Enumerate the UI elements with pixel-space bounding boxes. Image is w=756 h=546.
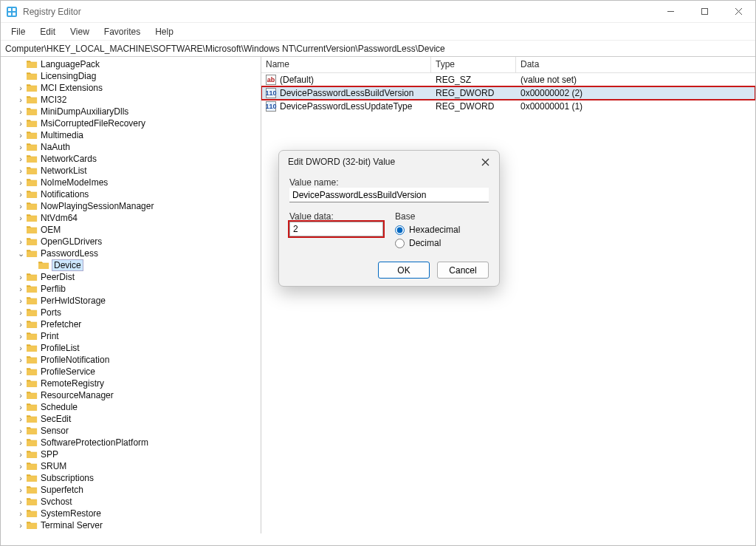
tree-node-oem[interactable]: OEM [1, 224, 261, 236]
tree-node-opengldrivers[interactable]: ›OpenGLDrivers [1, 236, 261, 248]
radio-decimal-input[interactable] [395, 239, 405, 248]
tree-node-perflib[interactable]: ›Perflib [1, 283, 261, 295]
tree-node-networkcards[interactable]: ›NetworkCards [1, 153, 261, 165]
menu-favorites[interactable]: Favorites [97, 24, 148, 39]
value-row[interactable]: 110DevicePasswordLessBuildVersionREG_DWO… [261, 86, 755, 100]
tree-node-subscriptions[interactable]: ›Subscriptions [1, 472, 261, 484]
expand-icon[interactable]: › [16, 273, 26, 281]
tree-pane[interactable]: LanguagePackLicensingDiag›MCI Extensions… [1, 57, 261, 533]
menu-help[interactable]: Help [148, 24, 181, 39]
expand-icon[interactable]: › [16, 379, 26, 388]
cancel-button[interactable]: Cancel [437, 262, 489, 279]
maximize-button[interactable] [687, 1, 721, 23]
column-name[interactable]: Name [261, 57, 431, 72]
tree-node-spp[interactable]: ›SPP [1, 448, 261, 460]
value-row[interactable]: ab(Default)REG_SZ(value not set) [261, 73, 755, 86]
expand-icon[interactable]: › [16, 284, 26, 293]
tree-node-print[interactable]: ›Print [1, 330, 261, 342]
expand-icon[interactable]: › [16, 367, 26, 376]
tree-node-svchost[interactable]: ›Svchost [1, 496, 261, 508]
expand-icon[interactable]: › [16, 438, 26, 447]
tree-node-notifications[interactable]: ›Notifications [1, 188, 261, 200]
tree-node-passwordless[interactable]: ⌄PasswordLess [1, 248, 261, 259]
list-body[interactable]: ab(Default)REG_SZ(value not set)110Devic… [261, 73, 755, 533]
tree-node-srum[interactable]: ›SRUM [1, 460, 261, 472]
radio-hexadecimal[interactable]: Hexadecimal [395, 225, 489, 235]
expand-icon[interactable]: › [16, 178, 26, 187]
expand-icon[interactable]: ⌄ [16, 249, 26, 259]
expand-icon[interactable]: › [16, 474, 26, 482]
tree-node-mci32[interactable]: ›MCI32 [1, 94, 261, 106]
tree-node-profileservice[interactable]: ›ProfileService [1, 366, 261, 378]
tree-node-multimedia[interactable]: ›Multimedia [1, 129, 261, 141]
expand-icon[interactable]: › [16, 355, 26, 364]
expand-icon[interactable]: › [16, 414, 26, 423]
expand-icon[interactable]: › [16, 83, 26, 92]
tree-node-ntvdm64[interactable]: ›NtVdm64 [1, 212, 261, 224]
tree-node-schedule[interactable]: ›Schedule [1, 401, 261, 413]
tree-node-superfetch[interactable]: ›Superfetch [1, 484, 261, 496]
expand-icon[interactable]: › [16, 403, 26, 412]
expand-icon[interactable]: › [16, 462, 26, 471]
menu-view[interactable]: View [63, 24, 97, 39]
tree-node-remoteregistry[interactable]: ›RemoteRegistry [1, 378, 261, 389]
tree-node-naauth[interactable]: ›NaAuth [1, 141, 261, 153]
expand-icon[interactable]: › [16, 190, 26, 199]
expand-icon[interactable]: › [16, 521, 26, 530]
close-button[interactable] [721, 1, 755, 23]
tree-node-resourcemanager[interactable]: ›ResourceManager [1, 389, 261, 401]
tree-node-softwareprotectionplatform[interactable]: ›SoftwareProtectionPlatform [1, 437, 261, 448]
column-type[interactable]: Type [431, 57, 516, 72]
expand-icon[interactable]: › [16, 391, 26, 400]
value-row[interactable]: 110DevicePasswordLessUpdateTypeREG_DWORD… [261, 100, 755, 113]
tree-node-secedit[interactable]: ›SecEdit [1, 413, 261, 425]
radio-hexadecimal-input[interactable] [395, 225, 405, 235]
expand-icon[interactable]: › [16, 107, 26, 116]
expand-icon[interactable]: › [16, 332, 26, 341]
tree-node-licensingdiag[interactable]: LicensingDiag [1, 70, 261, 82]
expand-icon[interactable]: › [16, 237, 26, 246]
tree-node-profilelist[interactable]: ›ProfileList [1, 342, 261, 354]
menu-edit[interactable]: Edit [32, 24, 63, 39]
tree-node-languagepack[interactable]: LanguagePack [1, 58, 261, 70]
tree-node-mci-extensions[interactable]: ›MCI Extensions [1, 82, 261, 94]
expand-icon[interactable]: › [16, 320, 26, 329]
expand-icon[interactable]: › [16, 296, 26, 305]
tree-node-perhwidstorage[interactable]: ›PerHwIdStorage [1, 295, 261, 307]
tree-node-profilenotification[interactable]: ›ProfileNotification [1, 354, 261, 366]
tree-node-networklist[interactable]: ›NetworkList [1, 165, 261, 177]
expand-icon[interactable]: › [16, 214, 26, 222]
tree-node-minidumpauxiliarydlls[interactable]: ›MiniDumpAuxiliaryDlls [1, 106, 261, 117]
tree-node-ports[interactable]: ›Ports [1, 307, 261, 318]
tree-node-msicorruptedfilerecovery[interactable]: ›MsiCorruptedFileRecovery [1, 117, 261, 129]
expand-icon[interactable]: › [16, 344, 26, 352]
tree-node-noimemodeimes[interactable]: ›NoImeModeImes [1, 177, 261, 188]
minimize-button[interactable] [653, 1, 687, 23]
expand-icon[interactable]: › [16, 308, 26, 317]
radio-decimal[interactable]: Decimal [395, 238, 489, 248]
expand-icon[interactable]: › [16, 131, 26, 140]
expand-icon[interactable]: › [16, 166, 26, 175]
expand-icon[interactable]: › [16, 119, 26, 128]
tree-node-prefetcher[interactable]: ›Prefetcher [1, 318, 261, 330]
address-bar[interactable]: Computer\HKEY_LOCAL_MACHINE\SOFTWARE\Mic… [1, 41, 755, 57]
menu-file[interactable]: File [4, 24, 32, 39]
tree-node-peerdist[interactable]: ›PeerDist [1, 271, 261, 283]
expand-icon[interactable]: › [16, 202, 26, 211]
expand-icon[interactable]: › [16, 95, 26, 104]
tree-node-device[interactable]: Device [1, 259, 261, 271]
expand-icon[interactable]: › [16, 426, 26, 435]
expand-icon[interactable]: › [16, 143, 26, 151]
column-data[interactable]: Data [516, 57, 755, 72]
tree-node-sensor[interactable]: ›Sensor [1, 425, 261, 437]
value-name-field[interactable] [289, 188, 489, 202]
tree-node-terminal-server[interactable]: ›Terminal Server [1, 519, 261, 531]
value-data-field[interactable] [289, 222, 383, 236]
tree-node-systemrestore[interactable]: ›SystemRestore [1, 508, 261, 519]
tree-node-nowplayingsessionmanager[interactable]: ›NowPlayingSessionManager [1, 200, 261, 212]
expand-icon[interactable]: › [16, 450, 26, 459]
expand-icon[interactable]: › [16, 509, 26, 518]
expand-icon[interactable]: › [16, 497, 26, 506]
ok-button[interactable]: OK [378, 262, 430, 279]
expand-icon[interactable]: › [16, 485, 26, 494]
